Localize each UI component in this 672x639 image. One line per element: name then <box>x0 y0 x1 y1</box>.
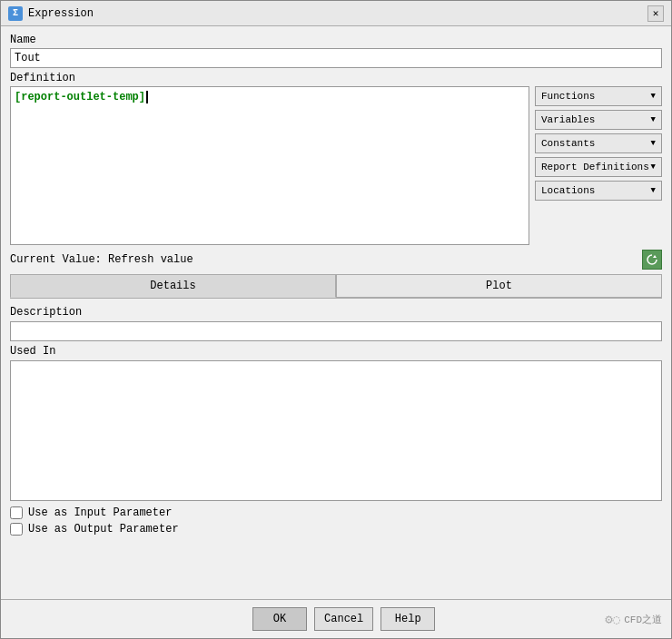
refresh-button[interactable] <box>642 250 662 270</box>
window-title: Expression <box>28 7 94 20</box>
current-value-row: Current Value: Refresh value <box>10 249 662 270</box>
used-in-label: Used In <box>10 345 662 358</box>
ok-button[interactable]: OK <box>252 607 307 631</box>
functions-arrow-icon: ▼ <box>651 92 656 101</box>
cancel-button[interactable]: Cancel <box>314 607 373 631</box>
cursor <box>146 91 148 103</box>
tab-details[interactable]: Details <box>10 274 336 298</box>
description-input[interactable] <box>10 321 662 341</box>
output-param-label: Use as Output Parameter <box>28 523 179 536</box>
title-bar: Σ Expression ✕ <box>1 1 671 26</box>
help-button[interactable]: Help <box>380 607 435 631</box>
definition-text: [report-outlet-temp] <box>15 91 145 103</box>
constants-arrow-icon: ▼ <box>651 139 656 148</box>
variables-button[interactable]: Variables ▼ <box>535 110 662 130</box>
expression-window: Σ Expression ✕ Name Definition [report-o… <box>0 0 672 639</box>
input-param-label: Use as Input Parameter <box>28 506 172 519</box>
tabs-row: Details Plot <box>10 274 662 299</box>
main-content: Name Definition [report-outlet-temp] Fun… <box>1 26 671 599</box>
definition-section: Definition [report-outlet-temp] Function… <box>10 72 662 245</box>
constants-button[interactable]: Constants ▼ <box>535 133 662 153</box>
variables-arrow-icon: ▼ <box>651 115 656 124</box>
used-in-box <box>10 360 662 501</box>
refresh-icon <box>646 253 658 266</box>
description-label: Description <box>10 306 662 319</box>
name-label: Name <box>10 34 662 46</box>
bottom-bar: OK Cancel Help ⚙◌ CFD之道 <box>1 599 671 638</box>
definition-row: [report-outlet-temp] Functions ▼ Variabl… <box>10 86 662 245</box>
locations-arrow-icon: ▼ <box>651 186 656 195</box>
details-content: Description Used In Use as Input Paramet… <box>10 302 662 536</box>
title-bar-left: Σ Expression <box>8 6 94 21</box>
svg-marker-0 <box>653 255 657 258</box>
input-param-row: Use as Input Parameter <box>10 506 662 519</box>
name-input[interactable] <box>10 48 662 68</box>
input-param-checkbox[interactable] <box>10 506 23 519</box>
checkboxes-section: Use as Input Parameter Use as Output Par… <box>10 506 662 536</box>
functions-button[interactable]: Functions ▼ <box>535 86 662 106</box>
close-button[interactable]: ✕ <box>647 5 664 22</box>
bottom-buttons: OK Cancel Help <box>83 607 605 631</box>
locations-button[interactable]: Locations ▼ <box>535 181 662 201</box>
tab-plot[interactable]: Plot <box>336 274 662 298</box>
report-definitions-button[interactable]: Report Definitions ▼ <box>535 157 662 177</box>
output-param-row: Use as Output Parameter <box>10 523 662 536</box>
watermark: ⚙◌ CFD之道 <box>605 612 662 627</box>
definition-editor[interactable]: [report-outlet-temp] <box>10 86 529 245</box>
output-param-checkbox[interactable] <box>10 523 23 536</box>
window-icon: Σ <box>8 6 23 21</box>
report-definitions-arrow-icon: ▼ <box>651 162 656 172</box>
current-value-text: Current Value: Refresh value <box>10 253 193 266</box>
name-section: Name <box>10 34 662 68</box>
sidebar-buttons: Functions ▼ Variables ▼ Constants ▼ Repo… <box>535 86 662 245</box>
watermark-icon: ⚙◌ <box>605 612 620 627</box>
definition-label: Definition <box>10 72 662 84</box>
